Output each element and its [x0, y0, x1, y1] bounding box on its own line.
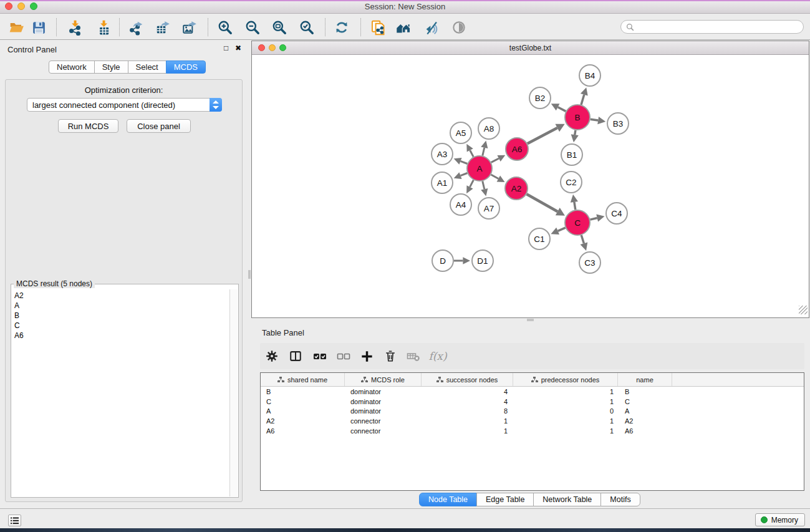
close-panel-button[interactable]: Close panel — [127, 119, 191, 133]
graph-edge-C-C2[interactable] — [574, 202, 576, 210]
graph-edge-A-A7[interactable] — [483, 181, 485, 189]
table-cell[interactable]: A — [261, 407, 345, 415]
column-header-MCDS-role[interactable]: MCDS role — [345, 373, 422, 386]
table-cell[interactable]: C — [618, 398, 672, 405]
table-cell[interactable]: 4 — [422, 398, 513, 405]
export-image-button[interactable] — [181, 19, 198, 36]
column-header-predecessor-nodes[interactable]: predecessor nodes — [513, 373, 618, 386]
table-cell[interactable]: 0 — [513, 407, 618, 415]
hide-graphics-details-button[interactable] — [422, 19, 440, 36]
graph-edge-A-A6[interactable] — [491, 158, 499, 162]
open-session-button[interactable] — [8, 19, 26, 36]
graph-edge-C-C3[interactable] — [581, 235, 584, 243]
resize-grip[interactable] — [799, 306, 808, 314]
scrollbar-track[interactable] — [229, 289, 238, 496]
tab-node-table[interactable]: Node Table — [419, 493, 477, 506]
table-cell[interactable]: A6 — [618, 427, 672, 435]
import-network-button[interactable] — [66, 19, 84, 36]
select-all-button[interactable] — [312, 348, 328, 364]
graph-edge-A2-C[interactable] — [527, 194, 558, 211]
table-cell[interactable]: connector — [345, 427, 422, 435]
function-builder-button[interactable]: f(x) — [430, 348, 446, 364]
table-row[interactable]: A2connector11A2 — [261, 416, 804, 426]
table-cell[interactable]: B — [618, 388, 672, 395]
column-header-name[interactable]: name — [618, 373, 672, 386]
network-window-titlebar[interactable]: testGlobe.txt — [252, 41, 809, 55]
tab-motifs[interactable]: Motifs — [600, 493, 640, 506]
show-navigator-button[interactable] — [395, 19, 412, 36]
tab-network-table[interactable]: Network Table — [533, 493, 601, 506]
clone-network-button[interactable] — [369, 19, 387, 36]
graph-edge-B-B3[interactable] — [591, 119, 598, 120]
table-cell[interactable]: connector — [345, 417, 422, 425]
export-table-button[interactable] — [154, 19, 171, 36]
mcds-result-item[interactable]: C — [14, 321, 229, 331]
table-cell[interactable]: 1 — [422, 417, 513, 425]
table-cell[interactable]: 1 — [513, 417, 618, 425]
memory-button[interactable]: Memory — [755, 513, 805, 526]
export-network-button[interactable] — [127, 19, 145, 36]
table-cell[interactable]: B — [261, 388, 345, 395]
zoom-out-button[interactable] — [244, 19, 261, 36]
show-graphics-details-button[interactable] — [450, 19, 468, 36]
refresh-view-button[interactable] — [333, 19, 350, 36]
save-session-button[interactable] — [30, 19, 47, 36]
graph-edge-A6-B[interactable] — [528, 128, 557, 143]
scrollbar-thumb[interactable] — [248, 270, 251, 279]
close-panel-icon[interactable]: ✖ — [235, 44, 241, 52]
task-history-button[interactable] — [8, 515, 21, 526]
float-panel-icon[interactable]: □ — [224, 44, 228, 52]
graph-edge-A-A2[interactable] — [491, 175, 498, 178]
tab-mcds[interactable]: MCDS — [166, 60, 206, 74]
zoom-selected-button[interactable] — [298, 19, 316, 36]
graph-edge-B-B2[interactable] — [558, 107, 566, 112]
graph-edge-A-A4[interactable] — [470, 180, 474, 187]
toggle-columns-button[interactable] — [287, 348, 304, 364]
graph-edge-A-A1[interactable] — [461, 173, 468, 176]
table-cell[interactable]: dominator — [345, 407, 422, 415]
delete-table-button[interactable] — [405, 348, 422, 364]
table-row[interactable]: Cdominator41C — [261, 397, 804, 407]
table-row[interactable]: Bdominator41B — [261, 387, 804, 397]
table-row[interactable]: Adominator80A — [261, 406, 804, 416]
optimization-dropdown[interactable]: largest connected component (directed) — [27, 98, 222, 112]
table-cell[interactable]: 1 — [513, 398, 618, 405]
mcds-result-item[interactable]: B — [14, 311, 229, 321]
tab-style[interactable]: Style — [94, 60, 128, 74]
zoom-in-button[interactable] — [216, 19, 234, 36]
mcds-result-item[interactable]: A — [14, 301, 229, 311]
graph-edge-B-B1[interactable] — [575, 130, 576, 135]
column-header-shared-name[interactable]: shared name — [261, 373, 345, 386]
tab-edge-table[interactable]: Edge Table — [476, 493, 534, 506]
deselect-all-button[interactable] — [335, 348, 352, 364]
run-mcds-button[interactable]: Run MCDS — [58, 119, 118, 133]
graph-edge-C-C1[interactable] — [558, 228, 566, 231]
graph-edge-B-B4[interactable] — [581, 95, 584, 105]
table-cell[interactable]: 1 — [513, 427, 618, 435]
graph-edge-A-A3[interactable] — [461, 161, 468, 163]
table-cell[interactable]: 1 — [513, 388, 618, 395]
scrollbar-thumb[interactable] — [527, 319, 534, 321]
import-table-button[interactable] — [95, 19, 112, 36]
table-cell[interactable]: A2 — [618, 417, 672, 425]
tab-select[interactable]: Select — [128, 60, 166, 74]
graph-edge-A-A8[interactable] — [483, 148, 485, 156]
table-cell[interactable]: 4 — [422, 388, 513, 395]
table-cell[interactable]: dominator — [345, 388, 422, 395]
table-settings-button[interactable] — [264, 348, 280, 364]
table-cell[interactable]: 1 — [422, 427, 513, 435]
add-column-button[interactable] — [359, 348, 375, 364]
zoom-fit-button[interactable] — [271, 19, 288, 36]
table-row[interactable]: A6connector11A6 — [261, 426, 804, 436]
table-cell[interactable]: dominator — [345, 398, 422, 405]
tab-network[interactable]: Network — [49, 60, 95, 74]
table-cell[interactable]: A6 — [261, 427, 345, 435]
table-cell[interactable]: C — [261, 398, 345, 405]
graph-edge-A-A5[interactable] — [470, 150, 474, 157]
table-cell[interactable]: A — [618, 407, 672, 415]
delete-column-button[interactable] — [382, 348, 398, 364]
graph-edge-C-C4[interactable] — [590, 218, 597, 220]
column-header-successor-nodes[interactable]: successor nodes — [422, 373, 513, 386]
table-cell[interactable]: 8 — [422, 407, 513, 415]
search-input[interactable] — [637, 22, 798, 31]
